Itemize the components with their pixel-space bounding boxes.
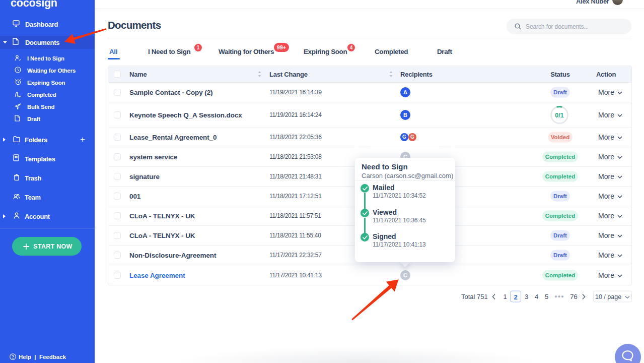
svg-text:0/1: 0/1: [555, 111, 563, 118]
